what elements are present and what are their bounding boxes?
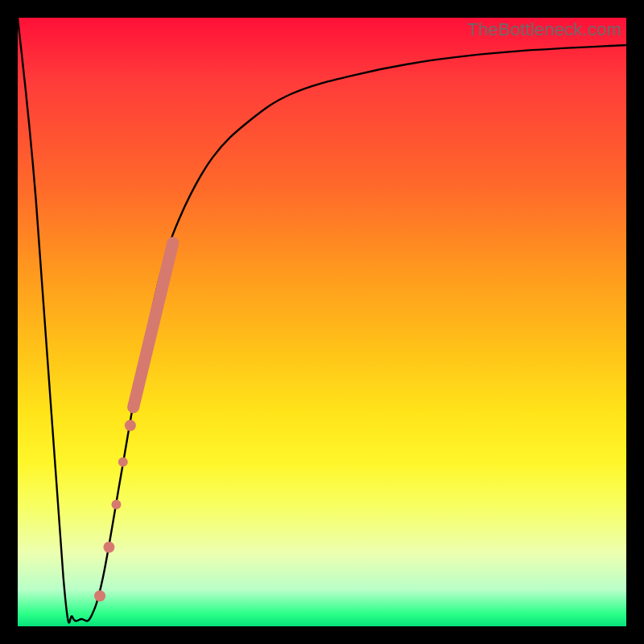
highlight-point [103, 542, 114, 553]
highlighted-band-line [134, 243, 173, 407]
curve-layer [18, 18, 626, 626]
highlight-point [94, 590, 105, 601]
highlight-point [111, 500, 121, 510]
highlight-point [125, 420, 136, 431]
chart-frame: TheBottleneck.com [0, 0, 644, 644]
highlight-point [118, 457, 128, 467]
bottleneck-curve [18, 18, 626, 623]
plot-area: TheBottleneck.com [18, 18, 626, 626]
highlighted-band [134, 243, 173, 407]
bottleneck-curve-path [18, 18, 626, 623]
